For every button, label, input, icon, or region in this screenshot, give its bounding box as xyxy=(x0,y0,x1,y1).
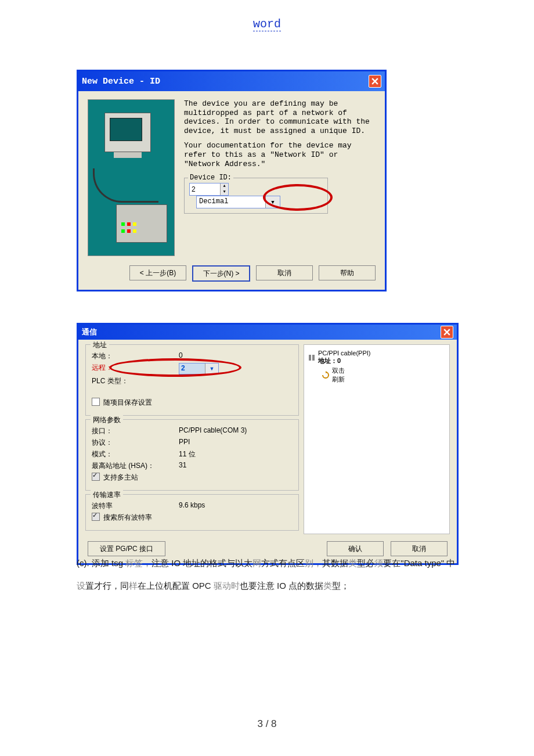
spin-down-icon[interactable]: ▼ xyxy=(220,189,228,195)
iface-value: PC/PPI cable(COM 3) xyxy=(179,426,247,436)
spin-up-icon[interactable]: ▲ xyxy=(220,183,228,189)
iface-label: 接口： xyxy=(92,426,179,436)
proto-label: 协议： xyxy=(92,438,179,448)
net-legend: 网络参数 xyxy=(91,415,123,425)
wizard-illustration xyxy=(88,99,175,256)
device-id-group: Device ID: ▲▼ Decimal ▼ xyxy=(184,178,328,214)
proto-value: PPI xyxy=(179,438,190,448)
close-icon[interactable] xyxy=(441,326,453,339)
id-format-value: Decimal xyxy=(197,196,265,208)
remote-value: 2 xyxy=(179,363,205,374)
remote-select[interactable]: 2▼ xyxy=(179,363,219,375)
device-tree[interactable]: PC/PPI cable(PPI)地址：0 双击刷新 xyxy=(304,344,450,534)
plc-type-label: PLC 类型： xyxy=(92,376,179,386)
cancel-button[interactable]: 取消 xyxy=(256,265,313,280)
next-button[interactable]: 下一步(N) > xyxy=(192,265,250,282)
header-word: word xyxy=(253,17,281,31)
mode-label: 模式： xyxy=(92,449,179,459)
tree-addr: 地址：0 xyxy=(318,357,341,364)
baud-label: 波特率 xyxy=(92,501,179,511)
dialog1-titlebar: New Device - ID xyxy=(78,71,385,91)
local-value: 0 xyxy=(179,351,183,361)
remote-label: 远程： xyxy=(92,363,179,375)
multi-master-checkbox xyxy=(92,473,100,481)
address-group: 地址 本地：0 远程： 2▼ PLC 类型： 随项目保存设置 xyxy=(85,344,299,416)
rate-legend: 传输速率 xyxy=(91,490,123,500)
dialog1-desc1: The device you are defining may be multi… xyxy=(184,99,376,135)
tree-cable: PC/PPI cable(PPI) xyxy=(318,350,370,357)
dialog2-titlebar: 通信 xyxy=(78,325,457,340)
communication-dialog: 通信 地址 本地：0 远程： 2▼ PLC 类型： 随项目保存设置 网络参数 xyxy=(77,323,459,565)
refresh-icon xyxy=(322,371,330,379)
new-device-dialog: New Device - ID xyxy=(77,70,387,291)
dialog1-title: New Device - ID xyxy=(82,77,160,87)
chevron-down-icon[interactable]: ▼ xyxy=(265,196,280,208)
device-id-legend: Device ID: xyxy=(188,174,233,182)
cable-icon xyxy=(308,354,316,362)
help-button[interactable]: 帮助 xyxy=(319,265,376,280)
network-params-group: 网络参数 接口：PC/PPI cable(COM 3) 协议：PPI 模式：11… xyxy=(85,419,299,491)
save-checkbox-label: 随项目保存设置 xyxy=(103,398,152,408)
paragraph-c: (c). 添加 tsg 标签，注意 IO 地址的格式与以太网方式有点区别，其数据… xyxy=(77,552,457,597)
tree-refresh: 刷新 xyxy=(332,376,345,383)
hsa-label: 最高站地址 (HSA)： xyxy=(92,461,179,471)
page-footer: 3 / 8 xyxy=(0,718,534,730)
id-format-select[interactable]: Decimal ▼ xyxy=(196,196,280,208)
mode-value: 11 位 xyxy=(179,449,196,459)
search-baud-checkbox xyxy=(92,513,100,521)
save-checkbox[interactable] xyxy=(92,398,100,406)
svg-rect-0 xyxy=(309,355,311,361)
device-id-stepper[interactable]: ▲▼ xyxy=(189,183,229,196)
local-label: 本地： xyxy=(92,351,179,361)
chevron-down-icon[interactable]: ▼ xyxy=(205,363,218,374)
page-header: word xyxy=(0,0,534,31)
transfer-rate-group: 传输速率 波特率9.6 kbps 搜索所有波特率 xyxy=(85,494,299,531)
close-icon[interactable] xyxy=(369,75,381,88)
search-baud-label: 搜索所有波特率 xyxy=(103,513,152,523)
baud-value: 9.6 kbps xyxy=(179,501,205,511)
back-button[interactable]: < 上一步(B) xyxy=(129,265,186,280)
address-legend: 地址 xyxy=(91,340,109,350)
dialog2-title: 通信 xyxy=(82,327,97,337)
multi-master-label: 支持多主站 xyxy=(103,473,138,483)
hsa-value: 31 xyxy=(179,461,186,471)
device-id-input[interactable] xyxy=(190,183,220,195)
svg-rect-1 xyxy=(312,355,315,361)
dialog1-desc2: Your documentation for the device may re… xyxy=(184,141,376,168)
tree-dbl: 双击 xyxy=(332,367,345,374)
